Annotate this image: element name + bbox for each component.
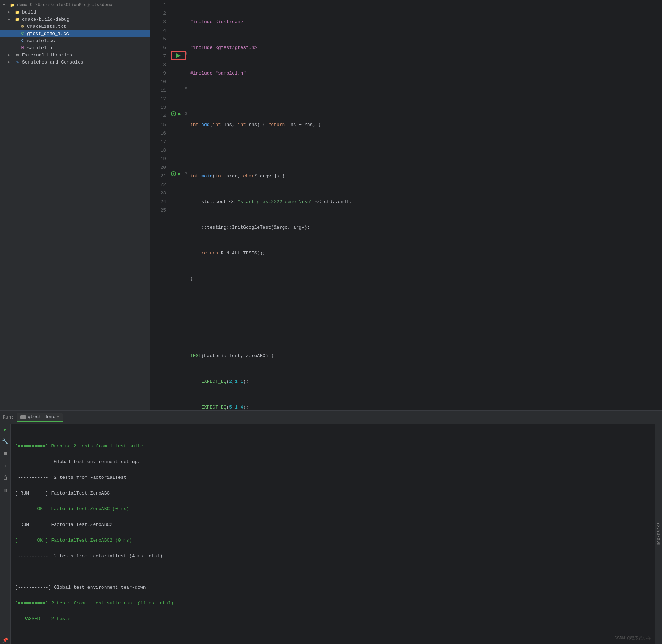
trash-button[interactable]: 🗑 — [1, 474, 9, 482]
line-num: 10 — [150, 78, 166, 86]
line-num: 1 — [150, 1, 166, 9]
line-num: 16 — [150, 129, 166, 138]
settings-button[interactable]: 🔧 — [1, 437, 9, 445]
sidebar-item-sample1-cc[interactable]: C sample1.cc — [0, 37, 150, 44]
line-num: 24 — [150, 198, 166, 206]
sidebar: ▼ 📁 demo C:\Users\dale\CLionProjects\dem… — [0, 0, 150, 410]
sidebar-item-cmakelists[interactable]: ⚙ CMakeLists.txt — [0, 23, 150, 30]
scroll-button[interactable]: 📌 — [1, 636, 9, 644]
test-rerun-icon[interactable]: ↺ — [171, 111, 176, 116]
sidebar-item-label: build — [22, 10, 36, 15]
test-play-icon[interactable]: ▶ — [177, 171, 182, 176]
console-line: [ OK ] FactorialTest.ZeroABC2 (0 ms) — [15, 537, 651, 544]
test-run-icons-21: ↺ ▶ — [171, 171, 182, 176]
fold-icon: ⊟ — [185, 86, 187, 90]
stop-icon — [4, 452, 7, 455]
gutter-line-7 — [170, 0, 187, 9]
code-line-14: TEST(FactorialTest, ZeroABC) { — [190, 352, 659, 360]
sidebar-item-label: sample1.h — [27, 45, 52, 51]
trash-icon: 🗑 — [3, 475, 8, 481]
editor-area: 1 2 3 4 5 6 7 8 9 10 11 12 13 14 15 16 1… — [150, 0, 662, 410]
console-line: [-----------] Global test environment se… — [15, 458, 651, 466]
test-rerun-icon[interactable]: ↺ — [171, 171, 176, 176]
run-tab-gtest-demo[interactable]: gtest_demo × — [17, 413, 63, 422]
bottom-content: ▶ 🔧 ⬆ 🗑 ▤ 📌 [==========] Running 2 — [0, 424, 662, 644]
sidebar-item-label: cmake-build-debug — [22, 17, 70, 22]
gutter: ↺ ▶ ↺ ▶ ⊟ ⊟ ⊟ ⊟ — [170, 0, 187, 410]
sidebar-item-cmake-build-debug[interactable]: ▶ 📁 cmake-build-debug — [0, 16, 150, 23]
run-triangle-icon[interactable] — [176, 53, 181, 58]
run-button[interactable]: ▶ — [1, 425, 9, 433]
console-line: [ PASSED ] 2 tests. — [15, 615, 651, 623]
rerun-icon: ↺ — [173, 172, 175, 176]
line-num: 13 — [150, 103, 166, 112]
test-play-icon[interactable]: ▶ — [177, 111, 182, 116]
console-line: [-----------] 2 tests from FactorialTest… — [15, 552, 651, 560]
code-line-2: #include <gtest/gtest.h> — [190, 44, 659, 52]
sidebar-item-demo-root[interactable]: ▼ 📁 demo C:\Users\dale\CLionProjects\dem… — [0, 1, 150, 9]
line-num: 8 — [150, 61, 166, 69]
fold-icon: ⊟ — [185, 111, 187, 116]
console-output[interactable]: [==========] Running 2 tests from 1 test… — [11, 424, 655, 644]
line-num: 7 — [150, 52, 166, 61]
pin-button[interactable]: ⬆ — [1, 462, 9, 470]
sidebar-item-label: CMakeLists.txt — [27, 24, 66, 29]
console-line: [ RUN ] FactorialTest.ZeroABC — [15, 490, 651, 497]
pin-icon: ⬆ — [4, 463, 6, 469]
lib-icon: ⊞ — [14, 52, 21, 58]
code-line-15: EXPECT_EQ(2,1+1); — [190, 377, 659, 386]
console-line: [-----------] Global test environment te… — [15, 584, 651, 592]
code-line-4 — [190, 95, 659, 103]
bottom-panel: Run: gtest_demo × ▶ 🔧 ⬆ 🗑 — [0, 410, 662, 644]
play-icon: ▶ — [4, 426, 6, 432]
layout-button[interactable]: ▤ — [1, 486, 9, 494]
stop-button[interactable] — [1, 450, 9, 457]
line-num: 2 — [150, 9, 166, 18]
line-num: 25 — [150, 206, 166, 215]
arrow-icon: ▶ — [8, 60, 13, 64]
arrow-icon: ▶ — [8, 10, 13, 14]
sidebar-item-gtest-demo[interactable]: C gtest_demo_1.cc — [0, 30, 150, 37]
line-num: 15 — [150, 121, 166, 129]
code-line-1: #include <iostream> — [190, 18, 659, 26]
line-num: 23 — [150, 189, 166, 198]
line-num: 19 — [150, 155, 166, 163]
run-tab-label: gtest_demo — [27, 414, 55, 420]
code-line-8: std::cout << "start gtest2222 demo \r\n"… — [190, 198, 659, 206]
folder-icon: 📁 — [14, 16, 21, 22]
line-num: 22 — [150, 181, 166, 189]
console-line: [==========] Running 2 tests from 1 test… — [15, 442, 651, 450]
line-num: 14 — [150, 112, 166, 121]
right-bookmarks[interactable]: Bookmarks — [655, 424, 662, 644]
line-num: 17 — [150, 138, 166, 146]
line-num: 20 — [150, 163, 166, 172]
h-file-icon: H — [19, 45, 26, 51]
line-numbers: 1 2 3 4 5 6 7 8 9 10 11 12 13 14 15 16 1… — [150, 0, 170, 410]
code-line-12 — [190, 300, 659, 309]
fold-icon: ⊟ — [185, 171, 187, 176]
line-num: 11 — [150, 86, 166, 95]
sidebar-item-scratches[interactable]: ▶ ✎ Scratches and Consoles — [0, 59, 150, 66]
bookmarks-label[interactable]: Bookmarks — [656, 522, 661, 546]
sidebar-item-sample1-h[interactable]: H sample1.h — [0, 44, 150, 51]
console-line — [15, 631, 651, 639]
terminal-icon — [20, 415, 26, 419]
code-line-7: int main(int argc, char* argv[]) { — [190, 172, 659, 181]
rerun-icon: ↺ — [173, 112, 175, 116]
code-line-6 — [190, 146, 659, 155]
sidebar-item-external-libs[interactable]: ▶ ⊞ External Libraries — [0, 51, 150, 59]
close-tab-button[interactable]: × — [57, 415, 59, 419]
layout-icon: ▤ — [4, 487, 6, 493]
watermark: CSDN @程序员小羊 — [615, 635, 651, 641]
console-line: [==========] 2 tests from 1 test suite r… — [15, 599, 651, 607]
arrow-icon: ▼ — [3, 3, 8, 7]
arrow-icon: ▶ — [8, 53, 13, 57]
line-num: 18 — [150, 146, 166, 155]
folder-icon: 📁 — [14, 9, 21, 15]
sidebar-item-build[interactable]: ▶ 📁 build — [0, 9, 150, 16]
code-area[interactable]: #include <iostream> #include <gtest/gtes… — [187, 0, 662, 410]
line-num: 21 — [150, 172, 166, 181]
run-button-box[interactable] — [171, 51, 186, 60]
console-line: [ RUN ] FactorialTest.ZeroABC2 — [15, 521, 651, 529]
folder-icon: 📁 — [9, 2, 16, 8]
